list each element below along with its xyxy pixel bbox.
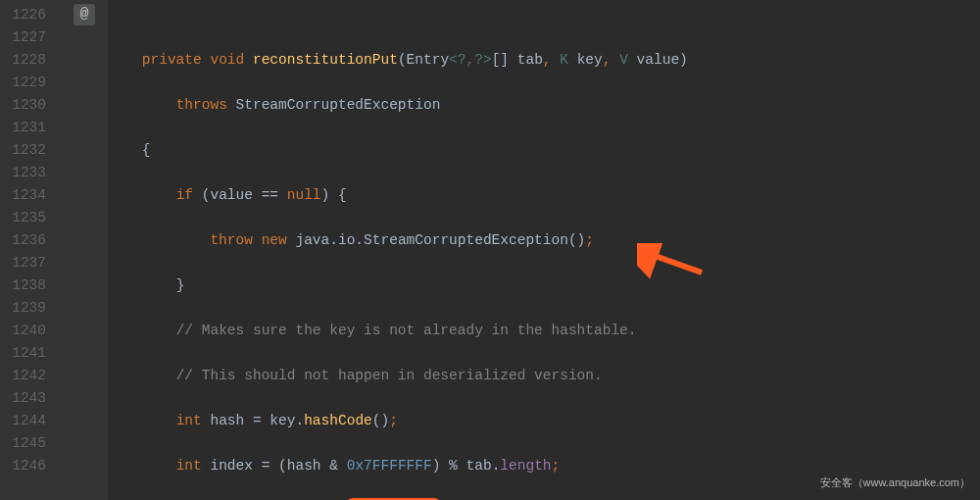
watermark: 安全客（www.anquanke.com） <box>820 472 970 494</box>
line-number: 1241 <box>0 342 46 365</box>
svg-line-1 <box>647 253 702 273</box>
arrow-annotation-icon <box>637 243 706 278</box>
line-number: 1238 <box>0 275 46 297</box>
code-line: if (value == null) { <box>108 184 980 207</box>
code-line: { <box>108 139 980 162</box>
line-number: 1233 <box>0 162 46 184</box>
line-number: 1245 <box>0 432 46 455</box>
code-line: throws StreamCorruptedException <box>108 94 980 117</box>
line-number: 1227 <box>0 26 46 49</box>
line-number: 1235 <box>0 207 46 229</box>
line-number: 1228 <box>0 49 46 72</box>
line-number: 1240 <box>0 320 46 342</box>
line-number: 1243 <box>0 387 46 410</box>
line-number: 1230 <box>0 94 46 117</box>
code-editor[interactable]: 1226122712281229123012311232123312341235… <box>0 0 980 500</box>
line-number: 1229 <box>0 72 46 94</box>
line-number: 1231 <box>0 117 46 139</box>
code-line: // Makes sure the key is not already in … <box>108 320 980 342</box>
line-number: 1226 <box>0 4 46 26</box>
code-line: int hash = key.hashCode(); <box>108 410 980 432</box>
line-number: 1239 <box>0 297 46 320</box>
code-line: throw new java.io.StreamCorruptedExcepti… <box>108 229 980 252</box>
line-number: 1237 <box>0 252 46 275</box>
line-number: 1232 <box>0 139 46 162</box>
line-number: 1242 <box>0 365 46 387</box>
code-line: private void reconstitutionPut(Entry<?,?… <box>108 49 980 72</box>
code-line: // This should not happen in deserialize… <box>108 365 980 387</box>
change-marker[interactable]: @ <box>74 4 95 25</box>
line-number: 1244 <box>0 410 46 432</box>
line-number: 1234 <box>0 184 46 207</box>
line-number-gutter: 1226122712281229123012311232123312341235… <box>0 0 54 500</box>
line-number: 1246 <box>0 455 46 477</box>
line-number: 1236 <box>0 229 46 252</box>
code-area[interactable]: private void reconstitutionPut(Entry<?,?… <box>108 0 980 500</box>
marker-column: @ <box>54 0 108 500</box>
code-line: } <box>108 275 980 297</box>
